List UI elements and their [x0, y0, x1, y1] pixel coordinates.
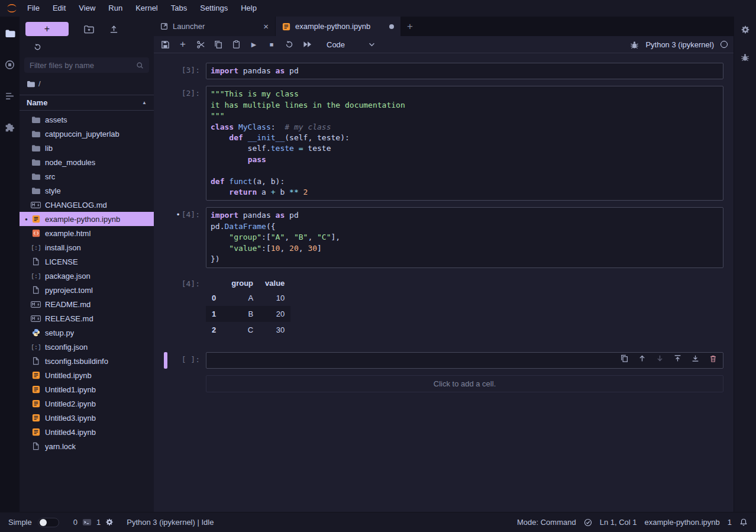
- menu-settings[interactable]: Settings: [193, 0, 234, 17]
- move-down-icon[interactable]: [656, 354, 664, 362]
- duplicate-icon[interactable]: [621, 354, 628, 362]
- notification-count[interactable]: 1: [728, 518, 732, 527]
- file-filter-box[interactable]: [24, 57, 149, 73]
- kernel-status-icon[interactable]: [721, 41, 728, 48]
- file-row[interactable]: assets: [20, 112, 154, 127]
- file-row[interactable]: ●example-python.ipynb: [20, 212, 154, 226]
- cut-cells-button[interactable]: [192, 37, 209, 52]
- file-row[interactable]: catppuccin_jupyterlab: [20, 127, 154, 141]
- menu-bar-items: FileEditViewRunKernelTabsSettingsHelp: [21, 0, 263, 17]
- restart-run-all-button[interactable]: [298, 37, 316, 52]
- insert-below-icon[interactable]: [692, 354, 699, 362]
- file-row[interactable]: tsconfig.tsbuildinfo: [20, 354, 154, 368]
- tab-label: Launcher: [173, 22, 205, 31]
- file-row[interactable]: CHANGELOG.md: [20, 198, 154, 212]
- paste-cells-button[interactable]: [227, 37, 245, 52]
- file-row[interactable]: Untitled2.ipynb: [20, 396, 154, 411]
- menu-run[interactable]: Run: [102, 0, 129, 17]
- file-row[interactable]: RELEASE.md: [20, 311, 154, 325]
- insert-above-icon[interactable]: [674, 354, 681, 362]
- delete-icon[interactable]: [709, 354, 717, 363]
- file-row[interactable]: {:}package.json: [20, 269, 154, 283]
- refresh-icon[interactable]: [34, 43, 41, 51]
- file-row[interactable]: yarn.lock: [20, 439, 154, 453]
- code-editor[interactable]: import pandas as pd: [206, 63, 723, 79]
- menu-help[interactable]: Help: [234, 0, 263, 17]
- file-filter-input[interactable]: [30, 61, 136, 70]
- menu-tabs[interactable]: Tabs: [164, 0, 193, 17]
- simple-mode-label: Simple: [8, 518, 32, 527]
- folder-icon: [30, 159, 41, 166]
- left-activity-bar: [0, 17, 20, 512]
- table-of-contents-icon[interactable]: [4, 90, 16, 102]
- markdown-icon: [30, 315, 41, 322]
- file-row[interactable]: example.html: [20, 226, 154, 240]
- terminal-count[interactable]: 0: [73, 518, 77, 527]
- property-inspector-gear-icon[interactable]: [741, 25, 750, 35]
- cursor-position[interactable]: Ln 1, Col 1: [600, 518, 637, 527]
- new-folder-icon[interactable]: [84, 25, 94, 34]
- restart-kernel-button[interactable]: [280, 37, 298, 52]
- active-file-name: example-python.ipynb: [645, 518, 720, 527]
- file-row[interactable]: setup.py: [20, 325, 154, 340]
- file-name: Untitled2.ipynb: [45, 399, 96, 408]
- menu-file[interactable]: File: [21, 0, 46, 17]
- file-list-header[interactable]: Name ▲: [20, 95, 154, 111]
- breadcrumb-root[interactable]: /: [38, 79, 41, 88]
- new-launcher-button[interactable]: +: [25, 22, 69, 36]
- add-cell-placeholder[interactable]: Click to add a cell.: [206, 375, 723, 392]
- table-row: 0A10: [206, 290, 290, 306]
- folder-icon: [30, 144, 41, 152]
- file-row[interactable]: Untitled3.ipynb: [20, 411, 154, 425]
- debugger-sidebar-bug-icon[interactable]: [741, 53, 749, 62]
- terminal-icon[interactable]: [82, 518, 92, 526]
- code-editor[interactable]: [206, 352, 723, 369]
- kernel-sessions-icon[interactable]: [105, 518, 114, 527]
- file-row[interactable]: lib: [20, 141, 154, 155]
- menu-kernel[interactable]: Kernel: [129, 0, 164, 17]
- command-mode-indicator[interactable]: Mode: Command: [517, 518, 576, 527]
- code-editor[interactable]: import pandas as pdpd.DataFrame({ "group…: [206, 207, 723, 267]
- code-editor[interactable]: """This is my classit has multiple lines…: [206, 86, 723, 201]
- upload-icon[interactable]: [109, 25, 118, 34]
- file-row[interactable]: README.md: [20, 297, 154, 311]
- home-folder-icon[interactable]: [27, 80, 35, 88]
- right-sidebar: [734, 17, 756, 512]
- file-row[interactable]: {:}tsconfig.json: [20, 340, 154, 354]
- kernel-count[interactable]: 1: [96, 518, 101, 527]
- file-row[interactable]: pyproject.toml: [20, 283, 154, 297]
- kernel-status-text[interactable]: Python 3 (ipykernel) | Idle: [127, 518, 214, 527]
- close-icon[interactable]: ×: [263, 22, 269, 31]
- tab-example-python[interactable]: example-python.ipynb: [276, 17, 401, 36]
- menu-edit[interactable]: Edit: [46, 0, 72, 17]
- kernel-name[interactable]: Python 3 (ipykernel): [645, 40, 714, 49]
- menu-view[interactable]: View: [72, 0, 102, 17]
- insert-cell-button[interactable]: +: [174, 37, 192, 52]
- file-browser-icon[interactable]: [4, 27, 16, 39]
- save-status-check-icon: [584, 518, 592, 527]
- extensions-icon[interactable]: [4, 121, 16, 133]
- run-cell-button[interactable]: ▶: [245, 37, 263, 52]
- move-up-icon[interactable]: [638, 354, 646, 362]
- file-row[interactable]: Untitled1.ipynb: [20, 382, 154, 396]
- file-row[interactable]: {:}install.json: [20, 240, 154, 254]
- cell-type-select[interactable]: Code: [323, 40, 379, 49]
- search-icon: [136, 62, 144, 69]
- bell-icon[interactable]: [739, 518, 748, 527]
- debugger-bug-icon[interactable]: [630, 37, 639, 52]
- file-row[interactable]: style: [20, 183, 154, 198]
- file-row[interactable]: LICENSE: [20, 254, 154, 269]
- running-sessions-icon[interactable]: [4, 59, 16, 70]
- copy-cells-button[interactable]: [209, 37, 227, 52]
- unsaved-dot-icon[interactable]: [389, 24, 394, 29]
- file-row[interactable]: src: [20, 169, 154, 183]
- save-button[interactable]: [156, 37, 174, 52]
- file-row[interactable]: Untitled4.ipynb: [20, 425, 154, 439]
- tab-launcher[interactable]: Launcher ×: [154, 17, 276, 36]
- file-row[interactable]: node_modules: [20, 155, 154, 169]
- notebook-icon: [30, 414, 41, 422]
- simple-mode-toggle[interactable]: [38, 518, 59, 527]
- new-tab-button[interactable]: +: [401, 17, 419, 36]
- file-row[interactable]: Untitled.ipynb: [20, 368, 154, 382]
- stop-kernel-button[interactable]: ■: [263, 37, 280, 52]
